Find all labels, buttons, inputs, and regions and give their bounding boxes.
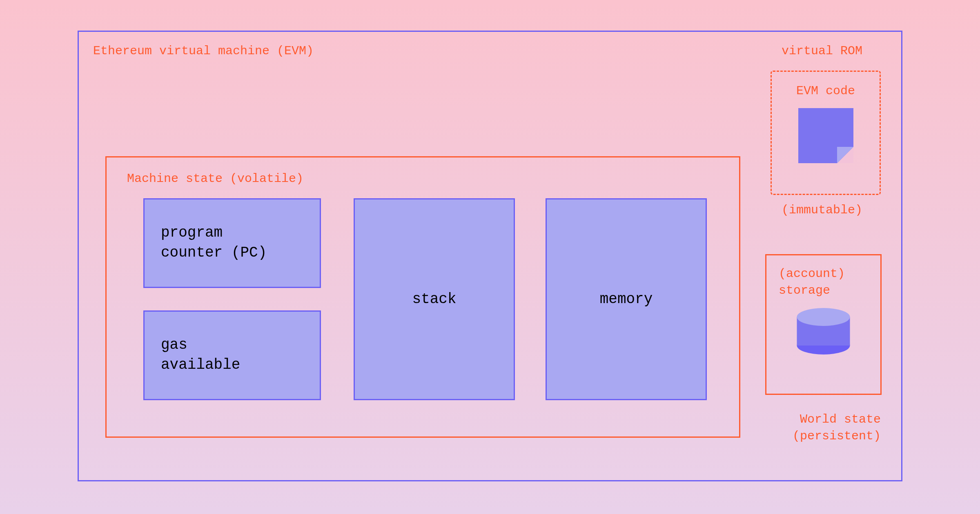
evm-title: Ethereum virtual machine (EVM) (93, 44, 314, 58)
program-counter-label: program counter (PC) (161, 223, 267, 263)
immutable-label: (immutable) (782, 203, 862, 217)
storage-label: (account) storage (766, 266, 845, 299)
virtual-rom-box: EVM code (771, 71, 881, 195)
memory-box: memory (546, 198, 707, 400)
virtual-rom-label: virtual ROM (782, 44, 862, 58)
gas-available-box: gas available (143, 310, 321, 400)
world-state-label: World state (persistent) (793, 411, 881, 444)
program-counter-box: program counter (PC) (143, 198, 321, 288)
svg-point-2 (797, 308, 850, 326)
database-cylinder-icon (796, 307, 851, 356)
machine-state-title: Machine state (volatile) (127, 172, 303, 186)
gas-available-label: gas available (161, 335, 240, 375)
stack-box: stack (354, 198, 515, 400)
memory-label: memory (600, 291, 653, 308)
storage-box: (account) storage (765, 254, 882, 395)
stack-label: stack (412, 291, 456, 308)
evm-code-label: EVM code (796, 84, 855, 98)
code-file-icon (798, 108, 853, 163)
machine-state-box: Machine state (volatile) program counter… (105, 156, 740, 438)
evm-container: Ethereum virtual machine (EVM) Machine s… (78, 31, 902, 481)
